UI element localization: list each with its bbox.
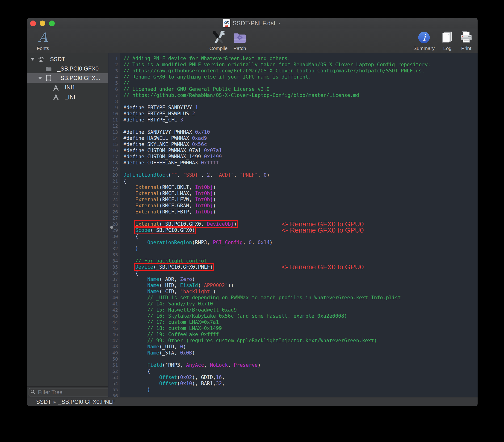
tree-item-ini1[interactable]: INI1 [27, 83, 108, 92]
code-line[interactable]: 30 { [108, 233, 478, 239]
code-line[interactable]: 42 // 15: Haswell/Broadwell 0xad9 [108, 307, 478, 313]
code-line[interactable]: 56 [108, 393, 478, 397]
breadcrumb-root: SSDT [36, 399, 51, 405]
code-token: 0x710 [195, 129, 210, 135]
code-line[interactable]: 21{ [108, 178, 478, 184]
titlebar[interactable]: DSL SSDT-PNLF.dsl ⌄ [27, 18, 478, 29]
code-line[interactable]: 45 // 18: custom LMAX=0x1499 [108, 325, 478, 331]
code-line[interactable]: 23 External(RMCF.LMAX, IntObj) [108, 190, 478, 196]
code-line[interactable]: 51 Field(^RMP3, AnyAcc, NoLock, Preserve… [108, 362, 478, 368]
code-token: EisaId [180, 283, 198, 288]
code-token: Name [147, 289, 159, 294]
code-line[interactable]: 32 } [108, 246, 478, 252]
code-line[interactable]: 55 } [108, 387, 478, 393]
code-line[interactable]: 46 // 19: CoffeeLake 0xffff [108, 331, 478, 337]
tree-item-ssdt[interactable]: SSDT [27, 54, 108, 64]
fonts-button[interactable]: A Fonts [30, 30, 56, 53]
sidebar-tree: SSDT_SB.PCI0.GFX0_SB.PCI0.GFX...INI1_INI [27, 53, 108, 397]
code-token: // 19: CoffeeLake 0xffff [147, 332, 219, 337]
code-token [123, 289, 147, 294]
code-line[interactable]: 36 { [108, 270, 478, 276]
method-icon [52, 93, 59, 101]
tree-item-gfx0-pnlf[interactable]: _SB.PCI0.GFX... [27, 73, 108, 83]
code-text: Name(_STA, 0x0B) [120, 350, 195, 356]
code-text: // 14: Sandy/Ivy 0x710 [120, 301, 213, 307]
code-line[interactable]: 6// Licensed under GNU General Public Li… [108, 86, 478, 92]
code-token [123, 362, 147, 368]
code-line[interactable]: 44 // 17: custom LMAX=0x7a1 [108, 319, 478, 325]
code-line[interactable]: 26 External(RMCF.FBTP, IntObj) [108, 209, 478, 215]
code-line[interactable]: 14#define HASWELL_PWMMAX 0xad9 [108, 135, 478, 141]
code-line[interactable]: 16#define CUSTOM_PWMMAX_07a1 0x07a1 [108, 147, 478, 154]
code-line[interactable]: 50 [108, 356, 478, 362]
line-number: 47 [108, 337, 120, 344]
code-line[interactable]: 47 // 99: Other (requires custom AppleBa… [108, 337, 478, 344]
code-text: { [120, 178, 126, 184]
code-line[interactable]: 20DefinitionBlock("", "SSDT", 2, "ACDT",… [108, 172, 478, 178]
code-line[interactable]: 15#define SKYLAKE_PWMMAX 0x56c [108, 141, 478, 147]
summary-button[interactable]: i Summary [411, 30, 437, 53]
code-line[interactable]: 11#define FBTYPE_CFL 3 [108, 117, 478, 123]
line-number: 52 [108, 368, 120, 374]
code-line[interactable]: 4// Rename GFX0 to anything else if your… [108, 74, 478, 80]
code-token: , [228, 362, 234, 368]
code-line[interactable]: 18#define COFFEELAKE_PWMMAX 0xffff [108, 160, 478, 166]
disclosure-triangle-icon[interactable] [30, 58, 35, 61]
code-line[interactable]: 7// https://github.com/RehabMan/OS-X-Clo… [108, 92, 478, 98]
code-line[interactable]: 1// Adding PNLF device for WhateverGreen… [108, 55, 478, 62]
code-line[interactable]: 33 [108, 252, 478, 258]
title-chevron-icon[interactable]: ⌄ [277, 19, 282, 25]
code-token: , [258, 172, 264, 178]
code-token [123, 344, 147, 350]
code-line[interactable]: 40 // _UID is set depending on PWMMax to… [108, 295, 478, 301]
code-line[interactable]: 48 Name(_UID, 0) [108, 344, 478, 350]
patch-button[interactable]: Patch [227, 30, 253, 53]
code-text: DefinitionBlock("", "SSDT", 2, "ACDT", "… [120, 172, 270, 178]
patch-folder-icon [233, 30, 247, 45]
print-button[interactable]: Print [453, 30, 478, 53]
code-line[interactable]: 41 // 14: Sandy/Ivy 0x710 [108, 301, 478, 307]
code-line[interactable]: 31 OperationRegion(RMP3, PCI_Config, 0, … [108, 239, 478, 246]
code-line[interactable]: 2// This is a modified PNLF version orig… [108, 62, 478, 68]
code-token [123, 325, 147, 331]
tree-item-gfx0[interactable]: _SB.PCI0.GFX0 [27, 64, 108, 73]
code-line[interactable]: 52 { [108, 368, 478, 374]
code-line[interactable]: 25 External(RMCF.GRAN, IntObj) [108, 203, 478, 209]
disclosure-triangle-icon[interactable] [38, 77, 42, 79]
code-line[interactable]: 49 Name(_STA, 0x0B) [108, 350, 478, 356]
code-token: , [201, 172, 207, 178]
code-line[interactable]: 12 [108, 123, 478, 129]
code-line[interactable]: 39 Name(_CID, "backlight") [108, 288, 478, 295]
tree-item--ini[interactable]: _INI [27, 92, 108, 102]
code-line[interactable]: 24 External(RMCF.LEVW, IntObj) [108, 196, 478, 203]
code-line[interactable]: 29 Scope(_SB.PCI0.GFX0)<- Rename GFX0 to… [108, 227, 478, 233]
code-line[interactable]: 13#define SANDYIVY_PWMMAX 0x710 [108, 129, 478, 135]
code-line[interactable]: 17#define CUSTOM_PWMMAX_1499 0x1499 [108, 154, 478, 160]
code-token: Zero [180, 276, 192, 282]
line-number: 44 [108, 319, 120, 325]
code-line[interactable]: 10#define FBTYPE_HSWPLUS 2 [108, 111, 478, 117]
code-token: PCI_Config [213, 240, 243, 245]
code-token [123, 319, 147, 325]
maciasl-window: DSL SSDT-PNLF.dsl ⌄ A Fonts [27, 18, 478, 407]
code-line[interactable]: 53 Offset(0x02), GDID,16, [108, 374, 478, 380]
code-line[interactable]: 9#define FBTYPE_SANDYIVY 1 [108, 105, 478, 111]
line-number: 33 [108, 252, 120, 258]
code-token: External [135, 191, 159, 196]
code-line[interactable]: 22 External(RMCF.BKLT, IntObj) [108, 184, 478, 190]
code-line[interactable]: 8 [108, 98, 478, 105]
line-number: 20 [108, 172, 120, 178]
line-number: 30 [108, 233, 120, 239]
code-line[interactable]: 38 Name(_HID, EisaId("APP0002")) [108, 282, 478, 288]
code-line[interactable]: 5// [108, 80, 478, 86]
code-editor[interactable]: 1// Adding PNLF device for WhateverGreen… [108, 53, 478, 397]
filter-tree-input[interactable] [29, 388, 111, 396]
code-line[interactable]: 35 Device(_SB.PCI0.GFX0.PNLF)<- Rename G… [108, 264, 478, 270]
code-line[interactable]: 37 Name(_ADR, Zero) [108, 276, 478, 282]
code-token: ) [213, 191, 216, 196]
code-token [123, 283, 147, 288]
code-line[interactable]: 3// https://raw.githubusercontent.com/Re… [108, 68, 478, 74]
code-line[interactable]: 54 Offset(0x10), BAR1,32, [108, 380, 478, 387]
code-line[interactable]: 43 // 16: Skylake/KabyLake 0x56c (and so… [108, 313, 478, 319]
code-line[interactable]: 19 [108, 166, 478, 172]
